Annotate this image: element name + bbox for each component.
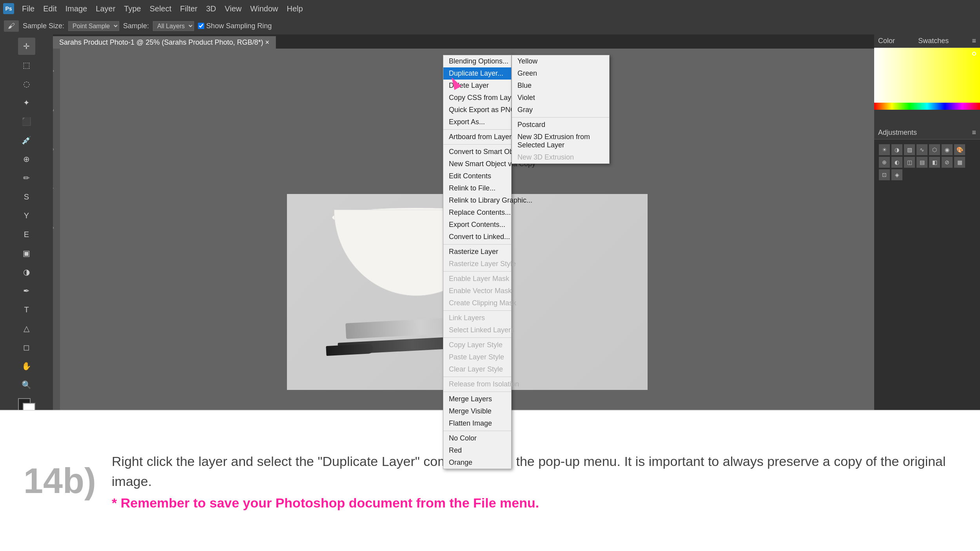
menu-3d[interactable]: 3D	[202, 3, 220, 15]
menu-window[interactable]: Window	[246, 3, 282, 15]
menu-view[interactable]: View	[221, 3, 245, 15]
tool-shape[interactable]: ◻	[18, 339, 35, 356]
adjustments-panel-header: Adjustments ≡	[874, 126, 980, 140]
ctx-convert-smart[interactable]: Convert to Smart Object	[443, 146, 511, 158]
sub-postcard[interactable]: Postcard	[512, 119, 609, 131]
ctx-artboard[interactable]: Artboard from Layers...	[443, 131, 511, 143]
ctx-export-as[interactable]: Export As...	[443, 116, 511, 128]
tool-eraser[interactable]: E	[18, 226, 35, 243]
tool-pen[interactable]: ✒	[18, 282, 35, 299]
ctx-new-smart-copy[interactable]: New Smart Object via Copy	[443, 158, 511, 170]
sub-green[interactable]: Green	[512, 67, 609, 80]
menu-filter[interactable]: Filter	[176, 3, 201, 15]
color-lookup-btn[interactable]: ◧	[929, 157, 940, 168]
levels-btn[interactable]: ▨	[904, 144, 915, 155]
ctx-orange[interactable]: Orange	[443, 457, 511, 469]
swatches-panel-title: Swatches	[918, 37, 949, 45]
tool-options-icon[interactable]: 🖌	[4, 20, 19, 32]
ctx-flatten-image[interactable]: Flatten Image	[443, 417, 511, 430]
threshold-btn[interactable]: ⊡	[879, 169, 890, 180]
hue-sat-btn[interactable]: 🎨	[954, 144, 965, 155]
black-white-btn[interactable]: ◐	[891, 157, 902, 168]
tool-dodge[interactable]: ◑	[18, 263, 35, 281]
exposure-btn[interactable]: ⬡	[929, 144, 940, 155]
ctx-relink-library[interactable]: Relink to Library Graphic...	[443, 194, 511, 207]
tool-move[interactable]: ✛	[18, 38, 35, 55]
ctx-copy-from-layers[interactable]: Copy CSS from Layers...	[443, 92, 511, 104]
ctx-select-linked: Select Linked Layers	[443, 324, 511, 336]
sub-blue[interactable]: Blue	[512, 80, 609, 92]
invert-btn[interactable]: ⊘	[942, 157, 953, 168]
ctx-relink-file[interactable]: Relink to File...	[443, 182, 511, 194]
ctx-no-color[interactable]: No Color	[443, 432, 511, 444]
color-balance-btn[interactable]: ⊕	[879, 157, 890, 168]
tool-hand[interactable]: ✋	[18, 357, 35, 375]
menu-edit[interactable]: Edit	[39, 3, 60, 15]
ctx-sep-4	[443, 271, 511, 272]
tool-crop[interactable]: ⬛	[18, 113, 35, 130]
sub-violet[interactable]: Violet	[512, 92, 609, 104]
ctx-enable-layer-mask: Enable Layer Mask	[443, 273, 511, 285]
menu-file[interactable]: File	[18, 3, 38, 15]
svg-text:5: 5	[53, 227, 54, 229]
ctx-enable-vector-mask: Enable Vector Mask	[443, 285, 511, 297]
sub-context-menu: Yellow Green Blue Violet Gray Postcard N…	[512, 55, 610, 164]
channel-mixer-btn[interactable]: ▤	[916, 157, 927, 168]
tool-magic-wand[interactable]: ✦	[18, 94, 35, 111]
ctx-sep-2	[443, 144, 511, 145]
ctx-export-contents[interactable]: Export Contents...	[443, 219, 511, 231]
panel-menu-icon[interactable]: ≡	[972, 37, 976, 45]
ctx-rasterize-layer[interactable]: Rasterize Layer	[443, 246, 511, 258]
ctx-merge-visible[interactable]: Merge Visible	[443, 405, 511, 417]
tool-gradient[interactable]: ▣	[18, 245, 35, 262]
vibrance-btn[interactable]: ◉	[942, 144, 953, 155]
menu-type[interactable]: Type	[120, 3, 145, 15]
tool-spot-heal[interactable]: ⊕	[18, 150, 35, 168]
contrast-btn[interactable]: ◑	[891, 144, 902, 155]
ctx-blending-options[interactable]: Blending Options...	[443, 55, 511, 67]
ctx-paste-layer-style: Paste Layer Style	[443, 351, 511, 363]
menu-layer[interactable]: Layer	[92, 3, 119, 15]
color-gradient-picker[interactable]	[874, 48, 980, 103]
ctx-link-layers: Link Layers	[443, 312, 511, 324]
ctx-rasterize-layer-style: Rasterize Layer Style	[443, 258, 511, 270]
ctx-edit-contents[interactable]: Edit Contents	[443, 170, 511, 182]
ctx-replace-contents[interactable]: Replace Contents...	[443, 207, 511, 219]
sample-size-select[interactable]: Point Sample	[68, 21, 119, 31]
tab-main[interactable]: Sarahs Product Photo-1 @ 25% (Sarahs Pro…	[53, 36, 276, 49]
sub-new-3d-2: New 3D Extrusion	[512, 151, 609, 163]
sample-select[interactable]: All Layers	[153, 21, 194, 31]
ctx-merge-layers[interactable]: Merge Layers	[443, 393, 511, 405]
tool-path[interactable]: △	[18, 320, 35, 337]
panel-collapse-icon[interactable]: ≡	[972, 129, 976, 137]
show-sampling-ring-checkbox[interactable]	[198, 23, 204, 29]
photo-filter-btn[interactable]: ◫	[904, 157, 915, 168]
gradient-map-btn[interactable]: ◈	[891, 169, 902, 180]
sub-new-3d[interactable]: New 3D Extrusion from Selected Layer	[512, 131, 609, 151]
ctx-red[interactable]: Red	[443, 444, 511, 457]
ctx-release-isolation: Release from Isolation	[443, 378, 511, 390]
ctx-duplicate-layer[interactable]: Duplicate Layer...	[443, 67, 511, 80]
menu-help[interactable]: Help	[283, 3, 307, 15]
tool-brush[interactable]: ✏	[18, 169, 35, 187]
menu-select[interactable]: Select	[146, 3, 176, 15]
color-hue-bar[interactable]	[874, 103, 980, 110]
posterize-btn[interactable]: ▦	[954, 157, 965, 168]
instruction-text-container: Right click the layer and select the "Du…	[112, 451, 956, 511]
sub-yellow[interactable]: Yellow	[512, 55, 609, 67]
tool-clone[interactable]: S	[18, 188, 35, 205]
sub-gray[interactable]: Gray	[512, 104, 609, 116]
tool-selection[interactable]: ⬚	[18, 56, 35, 74]
ctx-convert-linked[interactable]: Convert to Linked...	[443, 231, 511, 243]
ctx-quick-export[interactable]: Quick Export as PNG	[443, 104, 511, 116]
sample-label: Sample:	[123, 22, 149, 30]
tool-text[interactable]: T	[18, 301, 35, 318]
brightness-btn[interactable]: ☀	[879, 144, 890, 155]
tool-eyedropper[interactable]: 💉	[18, 132, 35, 149]
ctx-delete-layer[interactable]: Delete Layer	[443, 80, 511, 92]
curves-btn[interactable]: ∿	[916, 144, 927, 155]
tool-zoom[interactable]: 🔍	[18, 376, 35, 393]
menu-image[interactable]: Image	[62, 3, 91, 15]
tool-history[interactable]: Y	[18, 207, 35, 224]
tool-lasso[interactable]: ◌	[18, 75, 35, 92]
